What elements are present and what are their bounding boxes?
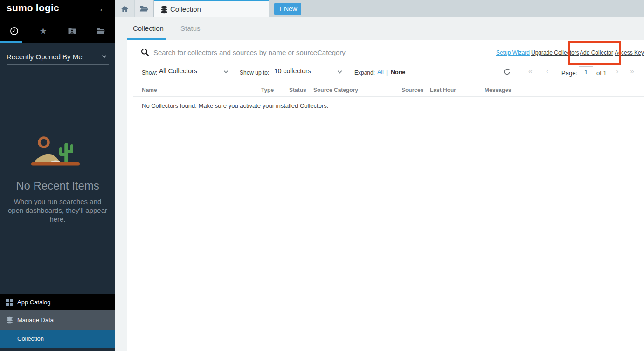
home-tab-button[interactable] xyxy=(115,0,134,17)
shared-folder-icon xyxy=(68,27,76,35)
first-page-arrow[interactable]: « xyxy=(528,67,533,76)
column-header-name: Name xyxy=(142,87,157,93)
subtab-collection[interactable]: Collection xyxy=(133,24,164,32)
database-icon xyxy=(6,316,13,324)
star-icon: ★ xyxy=(39,27,47,35)
sumo-logic-logo: sumo logic xyxy=(7,2,59,14)
access-keys-link[interactable]: Access Keys xyxy=(615,49,644,56)
sidebar-item-manage-data[interactable]: Manage Data xyxy=(0,310,115,330)
sumo-logic-app: sumo logic ← ★ xyxy=(0,0,644,351)
show-filter-label: Show: xyxy=(142,70,157,76)
collection-panel: Setup Wizard Upgrade Collectors Add Coll… xyxy=(127,40,644,351)
show-filter-value: All Collectors xyxy=(159,67,197,75)
limit-filter-select[interactable]: 10 collectors xyxy=(274,66,346,78)
sidebar-item-label: Collection xyxy=(17,335,44,342)
column-header-status: Status xyxy=(289,87,306,93)
setup-wizard-link[interactable]: Setup Wizard xyxy=(496,49,530,56)
library-tab-button[interactable] xyxy=(135,0,154,17)
last-page-arrow[interactable]: » xyxy=(630,67,634,76)
empty-collectors-message: No Collectors found. Make sure you activ… xyxy=(142,102,328,109)
sidebar-empty-title: No Recent Items xyxy=(0,179,115,192)
show-filter-select[interactable]: All Collectors xyxy=(159,66,232,78)
rail-tab-library[interactable] xyxy=(86,21,115,41)
subtab-status[interactable]: Status xyxy=(180,24,201,32)
upgrade-collectors-link[interactable]: Upgrade Collectors xyxy=(531,49,579,56)
rail-tab-recents[interactable] xyxy=(0,21,29,41)
expand-all-link[interactable]: All xyxy=(377,69,384,76)
rail-tab-favorites[interactable]: ★ xyxy=(29,21,58,41)
expand-separator: | xyxy=(386,69,388,76)
prev-page-arrow[interactable]: ‹ xyxy=(546,67,548,76)
chevron-down-icon xyxy=(338,69,342,74)
column-header-messages: Messages xyxy=(485,87,511,93)
sidebar-empty-subtitle: When you run searches and open dashboard… xyxy=(6,197,109,224)
column-header-sources: Sources xyxy=(402,87,423,93)
add-collector-link[interactable]: Add Collector xyxy=(580,49,613,56)
limit-filter-label: Show up to: xyxy=(240,70,269,76)
refresh-icon[interactable] xyxy=(503,68,511,76)
open-folder-icon xyxy=(139,5,149,13)
recently-opened-dropdown[interactable]: Recently Opened By Me xyxy=(7,50,109,65)
tab-collection-label: Collection xyxy=(170,5,201,13)
column-header-source-category: Source Category xyxy=(313,87,358,93)
search-input[interactable] xyxy=(153,46,433,58)
rail-tab-shared-content[interactable] xyxy=(58,21,87,41)
tab-collection[interactable]: Collection xyxy=(154,0,269,17)
table-header-divider xyxy=(133,96,644,97)
new-tab-button[interactable]: + New xyxy=(274,3,301,15)
sidebar: sumo logic ← ★ xyxy=(0,0,115,351)
rail-active-indicator xyxy=(0,41,22,43)
expand-none-link[interactable]: None xyxy=(391,69,405,76)
collection-database-icon xyxy=(160,6,168,14)
chevron-down-icon xyxy=(224,69,229,74)
expand-label: Expand: xyxy=(354,70,375,76)
page-label: Page: xyxy=(561,70,577,77)
chevron-down-icon xyxy=(102,54,107,58)
app-grid-icon xyxy=(6,299,13,306)
collapse-sidebar-arrow-icon[interactable]: ← xyxy=(98,3,108,14)
sidebar-header: sumo logic ← ★ xyxy=(0,0,115,43)
sidebar-item-label: Manage Data xyxy=(17,316,54,323)
column-header-type: Type xyxy=(261,87,274,93)
column-header-last-hour: Last Hour xyxy=(430,87,456,93)
home-icon xyxy=(121,5,129,13)
sidebar-item-app-catalog[interactable]: App Catalog xyxy=(0,294,115,310)
page-number-input[interactable] xyxy=(579,66,593,77)
page-total-label: of 1 xyxy=(596,70,607,77)
top-tab-bar: Collection + New xyxy=(115,0,644,17)
collection-subtabs: Collection Status xyxy=(115,17,644,40)
limit-filter-value: 10 collectors xyxy=(274,67,311,75)
search-icon xyxy=(141,48,149,56)
desert-empty-illustration xyxy=(29,134,85,171)
recently-opened-dropdown-label: Recently Opened By Me xyxy=(7,53,83,61)
sidebar-item-label: App Catalog xyxy=(17,299,51,306)
open-folder-icon xyxy=(96,27,105,35)
clock-icon xyxy=(10,27,19,35)
sidebar-item-collection[interactable]: Collection xyxy=(0,330,115,348)
sidebar-icon-rail: ★ xyxy=(0,21,115,41)
next-page-arrow[interactable]: › xyxy=(616,67,618,76)
